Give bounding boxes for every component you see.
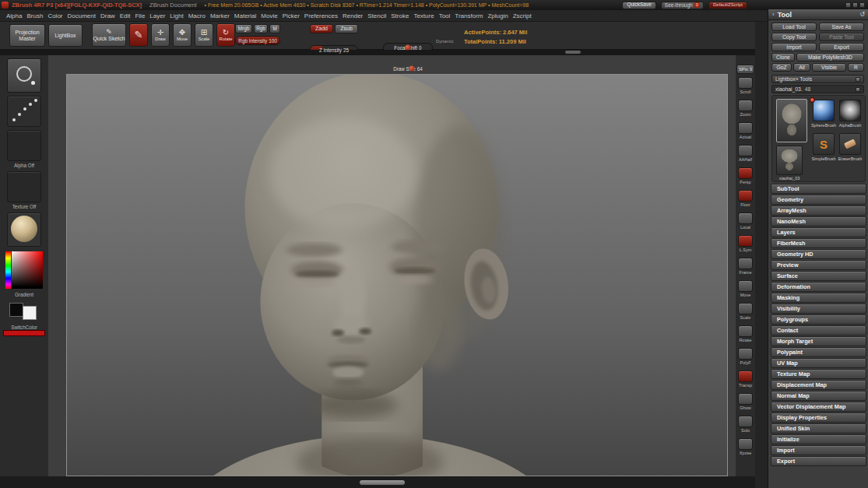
collapse-panel-icon[interactable]: ‹ [772, 11, 775, 18]
material-thumbnail[interactable] [7, 212, 41, 247]
secondary-color-swatch[interactable] [23, 306, 37, 320]
default-zscript-button[interactable]: DefaultZScript [708, 2, 747, 9]
right-shelf-button[interactable]: Zoom [736, 100, 755, 122]
tool-section-button[interactable]: Morph Target [771, 336, 866, 346]
transform-mode-button[interactable]: ✥ Move [173, 23, 192, 47]
tool-section-button[interactable]: Displacement Map [771, 380, 866, 390]
alphabrush-thumbnail[interactable] [839, 100, 861, 121]
right-shelf-button[interactable]: Local [736, 212, 755, 235]
active-tool-thumbnail[interactable] [776, 99, 807, 142]
menu-item[interactable]: Picker [283, 12, 300, 19]
right-shelf-button[interactable]: PolyF [736, 348, 755, 370]
tool-section-button[interactable]: ArrayMesh [771, 205, 866, 216]
stroke-thumbnail[interactable] [7, 96, 41, 127]
color-picker[interactable] [5, 251, 43, 289]
tool-section-button[interactable]: Polygroups [771, 314, 866, 325]
right-shelf-button[interactable]: Transp [736, 370, 755, 393]
load-tool-button[interactable]: Load Tool [771, 23, 817, 31]
right-shelf-button[interactable]: Rotate [736, 325, 755, 348]
right-shelf-button[interactable]: AAHalf [736, 145, 755, 167]
tool-section-button[interactable]: Contact [771, 325, 866, 335]
tool-section-button[interactable]: Layers [771, 227, 866, 237]
menu-item[interactable]: Render [343, 12, 363, 19]
spherebrush-thumbnail[interactable] [813, 100, 835, 121]
saturation-square[interactable] [12, 251, 43, 289]
export-tool-button[interactable]: Export [819, 43, 864, 51]
menu-item[interactable]: Color [47, 12, 62, 19]
sculpt-head-image[interactable] [67, 75, 727, 476]
menu-item[interactable]: Tool [439, 12, 451, 19]
tool-section-button[interactable]: Visibility [771, 304, 866, 314]
restore-config-icon[interactable] [856, 77, 860, 82]
rgb-intensity-slider[interactable]: Rgb Intensity 100 [235, 36, 280, 45]
zsub-button[interactable]: Zsub [335, 24, 358, 33]
right-shelf-button[interactable]: Ghost [736, 393, 755, 416]
menu-item[interactable]: Alpha [6, 12, 22, 19]
shelf-divider-handle[interactable] [565, 51, 581, 54]
menu-item[interactable]: Texture [413, 12, 434, 19]
menu-item[interactable]: Transform [455, 12, 483, 19]
right-shelf-button[interactable]: L.Sym [736, 235, 755, 258]
alpha-thumbnail[interactable] [7, 130, 41, 161]
simplebrush-thumbnail[interactable]: S [813, 133, 835, 155]
menu-item[interactable]: Stroke [391, 12, 409, 19]
tool-section-button[interactable]: Masking [771, 293, 866, 303]
menu-item[interactable]: Preferences [304, 12, 338, 19]
transform-mode-button[interactable]: ⊞ Scale [195, 23, 213, 47]
menu-item[interactable]: Zplugin [487, 12, 508, 19]
tool-section-button[interactable]: Unified Skin [771, 423, 866, 434]
tool-section-button[interactable]: Vector Displacement Map [771, 402, 866, 412]
window-minimize-button[interactable] [845, 2, 851, 8]
make-polymesh3d-button[interactable]: Make PolyMesh3D [796, 53, 864, 61]
tool-section-button[interactable]: Geometry [771, 195, 866, 205]
eraserbrush-thumbnail[interactable] [839, 133, 861, 155]
m-button[interactable]: M [269, 24, 280, 33]
current-color-swatch[interactable] [3, 330, 45, 336]
tool-section-button[interactable]: UV Map [771, 358, 866, 368]
import-tool-button[interactable]: Import [771, 43, 817, 51]
tool-section-button[interactable]: FiberMesh [771, 238, 866, 248]
menu-item[interactable]: Document [68, 12, 96, 19]
right-shelf-button[interactable]: Scroll [736, 77, 755, 100]
goz-r-button[interactable]: R [848, 63, 864, 72]
tool-slot-icon[interactable] [856, 87, 860, 92]
sculpt-document[interactable] [66, 74, 728, 476]
tool-section-button[interactable]: Geometry HD [771, 249, 866, 259]
projection-master-button[interactable]: Projection Master [9, 24, 45, 47]
tool-section-button[interactable]: Initialize [771, 434, 866, 444]
texture-thumbnail[interactable] [7, 171, 41, 202]
menu-item[interactable]: Draw [100, 12, 115, 19]
right-shelf-button[interactable]: Xpose [736, 438, 755, 461]
menu-item[interactable]: File [135, 12, 145, 19]
menu-item[interactable]: Brush [26, 12, 43, 19]
window-restore-button[interactable] [852, 2, 858, 8]
tool-section-button[interactable]: SubTool [771, 184, 866, 194]
paste-tool-button[interactable]: Paste Tool [819, 33, 864, 41]
menu-item[interactable]: Marker [210, 12, 230, 19]
tool-section-button[interactable]: Export [771, 456, 866, 466]
mrgb-button[interactable]: Mrgb [235, 24, 252, 33]
transform-mode-button[interactable]: ↻ Rotate [216, 23, 235, 47]
menu-item[interactable]: Macro [188, 12, 206, 19]
focal-shift-handle[interactable] [406, 45, 411, 51]
switch-color[interactable] [0, 303, 48, 321]
menu-item[interactable]: Zscript [513, 12, 532, 19]
primary-color-swatch[interactable] [9, 303, 23, 317]
see-through-slider[interactable]: See-through 0 [661, 2, 704, 9]
draw-size-handle[interactable] [409, 66, 414, 72]
current-tool-bar[interactable]: xiaohai_03. 48 [771, 85, 864, 93]
lightbox-button[interactable]: LightBox [48, 24, 83, 47]
restore-panel-icon[interactable]: ↺ [859, 11, 865, 18]
right-shelf-button[interactable]: Persp [736, 167, 755, 190]
spix-button[interactable]: SPix 3 [736, 65, 754, 74]
menu-item[interactable]: Material [234, 12, 256, 19]
goz-button[interactable]: GoZ [771, 63, 792, 72]
tool-section-button[interactable]: NanoMesh [771, 216, 866, 226]
document-scrollbar[interactable] [360, 480, 405, 485]
right-shelf-button[interactable]: Move [736, 280, 755, 303]
right-shelf-button[interactable]: Scale [736, 303, 755, 325]
tool-section-button[interactable]: Display Properties [771, 413, 866, 423]
transform-mode-button[interactable]: ✛ Draw [151, 23, 170, 47]
rgb-button[interactable]: Rgb [254, 24, 268, 33]
goz-all-button[interactable]: All [793, 63, 810, 72]
